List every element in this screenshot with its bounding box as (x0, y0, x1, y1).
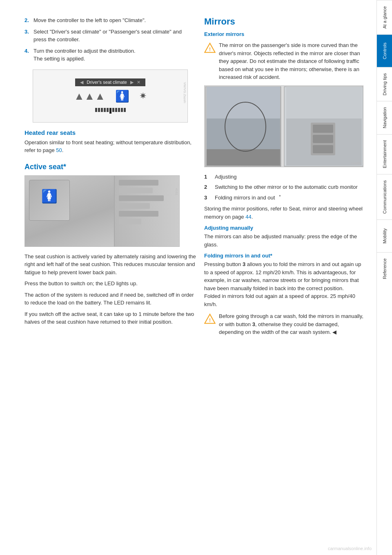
folding-mirrors-subheading: Folding mirrors in and out* (204, 253, 364, 259)
step-3-num: 3. (24, 28, 31, 44)
carwash-warning-box: ! Before going through a car wash, fold … (204, 312, 364, 336)
active-seat-body4: If you switch off the active seat, it ca… (24, 310, 196, 326)
active-seat-inner: 🚺 4161 (25, 176, 179, 246)
mirror-item-3: 3 Folding mirrors in and out* (204, 194, 364, 202)
climate-display-image: ◀ Driver's seat climate ▶ ✕ ▲▲▲ 🚺 ✷ (33, 69, 188, 123)
climate-arrow-right: ▶ (130, 80, 134, 85)
sidebar-tab-reference-label: Reference (382, 258, 387, 279)
climate-icons: ▲▲▲ 🚺 ✷ (74, 90, 147, 103)
heat-waves-icon: ▲▲▲ (74, 90, 105, 103)
mirror-num-3: 3 (204, 194, 211, 202)
step-2: 2. Move the controller to the left to op… (24, 16, 196, 25)
sidebar-tab-entertainment[interactable]: Entertainment (377, 134, 392, 174)
svg-rect-18 (313, 125, 333, 133)
carwash-warning-triangle-icon: ! (204, 313, 216, 324)
mirror-text-2: Switching to the other mirror or to the … (215, 183, 358, 191)
fan-icon: ✷ (139, 91, 147, 101)
heated-rear-seats-heading: Heated rear seats (24, 129, 196, 136)
sidebar-tab-communications[interactable]: Communications (377, 174, 392, 219)
step-2-text: Move the controller to the left to open … (33, 16, 146, 25)
mirrors-heading: Mirrors (204, 16, 364, 27)
climate-close-icon: ✕ (137, 80, 140, 85)
adjusting-manually-subheading: Adjusting manually (204, 225, 364, 231)
heated-rear-seats-body: Operation similar to front seat heating;… (24, 139, 196, 154)
active-seat-body1: The seat cushion is actively varied by a… (24, 253, 196, 277)
mirror-text-1: Adjusting (215, 173, 236, 181)
svg-rect-16 (286, 87, 362, 119)
step-3: 3. Select "Driver's seat climate" or "Pa… (24, 28, 196, 44)
page-ref-44[interactable]: 44 (245, 214, 251, 220)
seat-panel-buttons (119, 180, 175, 224)
sidebar: At a glance Controls Driving tips Naviga… (376, 0, 392, 555)
warning-triangle-icon: ! (204, 42, 216, 54)
mirror-num-2: 2 (204, 183, 211, 191)
sidebar-tab-driving-tips[interactable]: Driving tips (377, 67, 392, 101)
step-2-num: 2. (24, 16, 31, 25)
mirror-diagram-svg: 1 2 3 (205, 86, 363, 167)
step-4-text: Turn the controller to adjust the distri… (33, 47, 136, 63)
folding-mirrors-body: Pressing button 3 allows you to fold the… (204, 260, 364, 308)
seat-silhouette: 🚺 (29, 180, 70, 221)
site-watermark: carmanualsonline.info (328, 546, 372, 551)
exterior-mirrors-subheading: Exterior mirrors (204, 31, 364, 37)
sidebar-tab-navigation[interactable]: Navigation (377, 101, 392, 134)
sidebar-tab-mobility-label: Mobility (382, 228, 387, 244)
seat-icon: 🚺 (115, 90, 129, 103)
active-seat-image: 🚺 4161 (24, 175, 180, 247)
sidebar-tab-at-a-glance[interactable]: At a glance (377, 0, 392, 34)
adjusting-manually-body: The mirrors can also be adjusted manuall… (204, 233, 364, 248)
mirror-item-2: 2 Switching to the other mirror or to th… (204, 183, 364, 191)
sidebar-tab-controls-label: Controls (382, 43, 387, 59)
end-paragraph-mark: ◀ (332, 329, 336, 335)
svg-rect-20 (313, 145, 333, 153)
sidebar-tab-mobility[interactable]: Mobility (377, 219, 392, 252)
active-seat-heading: Active seat* (24, 163, 196, 171)
climate-header-bar: ◀ Driver's seat climate ▶ ✕ (75, 78, 145, 86)
mirror-text-3-pre: Folding mirrors in and out (215, 194, 275, 202)
mirror-item-1: 1 Adjusting (204, 173, 364, 181)
left-column: 2. Move the controller to the left to op… (24, 16, 196, 539)
climate-bar-indicators (95, 108, 126, 114)
exterior-mirrors-warning-box: ! The mirror on the passenger's side is … (204, 41, 364, 81)
step-4: 4. Turn the controller to adjust the dis… (24, 47, 196, 63)
svg-rect-19 (313, 135, 333, 143)
sidebar-tab-controls[interactable]: Controls (377, 34, 392, 67)
mirror-num-1: 1 (204, 173, 211, 181)
exterior-mirrors-warning-text: The mirror on the passenger's side is mo… (219, 41, 364, 81)
svg-text:!: ! (209, 318, 211, 323)
page-ref-50[interactable]: 50 (56, 147, 62, 153)
active-seat-body3: The action of the system is reduced and … (24, 291, 196, 307)
sidebar-tab-at-a-glance-label: At a glance (382, 6, 387, 29)
climate-header-label: Driver's seat climate (87, 80, 127, 85)
step-list: 2. Move the controller to the left to op… (24, 16, 196, 63)
svg-rect-6 (207, 149, 280, 166)
sidebar-tab-reference[interactable]: Reference (377, 252, 392, 285)
active-seat-body2: Press the button to switch on; the LED l… (24, 280, 196, 288)
sidebar-tab-driving-tips-label: Driving tips (382, 73, 387, 95)
mirror-numbered-list: 1 Adjusting 2 Switching to the other mir… (204, 173, 364, 202)
svg-text:!: ! (209, 47, 211, 52)
storing-text: Storing the mirror positions, refer to S… (204, 205, 364, 221)
image-watermark-left: VW/VG.Zazeh (183, 82, 187, 103)
active-seat-watermark: 4161 (175, 188, 178, 195)
carwash-warning-text: Before going through a car wash, fold th… (219, 312, 364, 336)
seat-panel-right (114, 176, 179, 246)
asterisk-3: * (279, 194, 281, 202)
mirror-image-watermark: ©BMW (351, 161, 361, 165)
climate-arrow-left: ◀ (80, 80, 83, 85)
sidebar-tab-entertainment-label: Entertainment (382, 140, 387, 168)
step-3-text: Select "Driver's seat climate" or "Passe… (33, 28, 196, 44)
sidebar-tab-communications-label: Communications (382, 180, 387, 214)
sidebar-tab-navigation-label: Navigation (382, 107, 387, 128)
step-4-num: 4. (24, 47, 31, 63)
mirror-image-container: 1 2 3 (204, 85, 363, 167)
right-column: Mirrors Exterior mirrors ! The mirror on… (204, 16, 364, 539)
